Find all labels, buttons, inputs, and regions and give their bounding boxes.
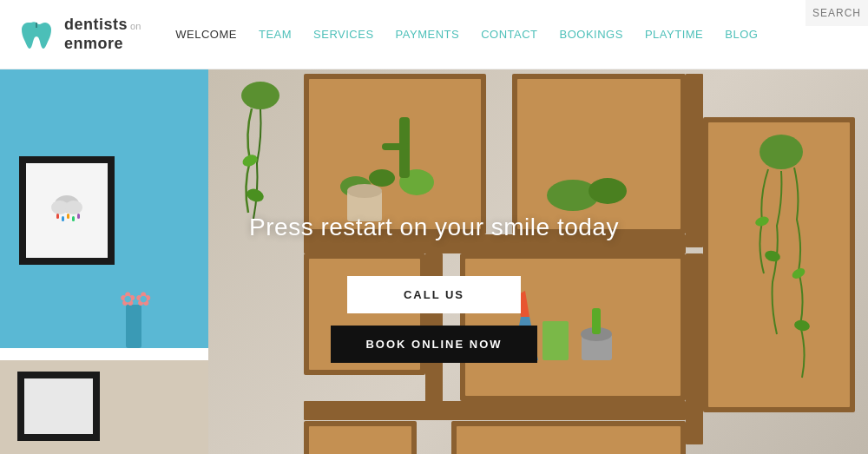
nav-playtime[interactable]: PLAYTIME xyxy=(636,23,712,45)
hero-section: ✿✿ xyxy=(0,69,868,454)
nav-payments[interactable]: PAYMENTS xyxy=(387,23,469,45)
logo-text: dentistson enmore xyxy=(64,16,141,53)
book-online-button[interactable]: BOOK ONLINE NOW xyxy=(331,326,536,363)
nav-bookings[interactable]: BOOKINGS xyxy=(551,23,632,45)
call-us-button[interactable]: CALL US xyxy=(347,276,521,313)
logo[interactable]: dentistson enmore xyxy=(17,16,141,54)
nav-welcome[interactable]: WELCOME xyxy=(167,23,246,45)
site-header: dentistson enmore WELCOME TEAM SERVICES … xyxy=(0,0,868,69)
hero-tagline: Press restart on your smile today xyxy=(249,214,619,241)
nav-services[interactable]: SERVICES xyxy=(305,23,383,45)
main-nav: WELCOME TEAM SERVICES PAYMENTS CONTACT B… xyxy=(167,23,851,45)
hero-content: Press restart on your smile today CALL U… xyxy=(0,69,868,454)
nav-blog[interactable]: BLOG xyxy=(716,23,766,45)
logo-icon xyxy=(17,16,56,54)
search-button[interactable]: SEARCH xyxy=(806,0,868,26)
nav-contact[interactable]: CONTACT xyxy=(472,23,546,45)
nav-team[interactable]: TEAM xyxy=(250,23,300,45)
